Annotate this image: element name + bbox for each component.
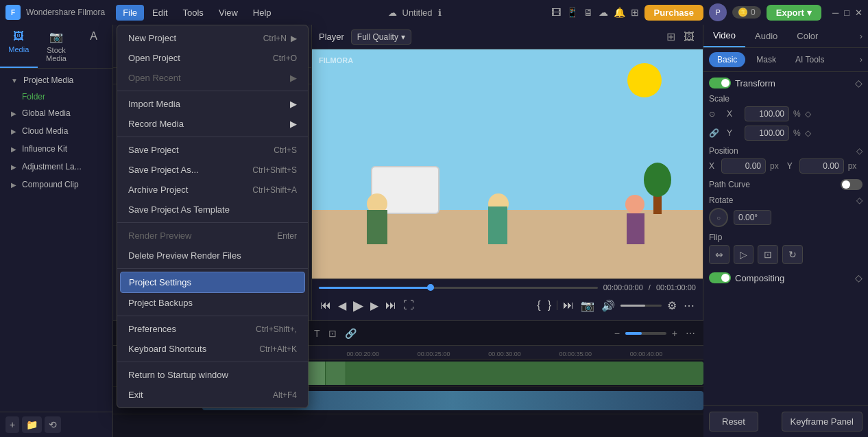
- zoom-slider[interactable]: [625, 332, 666, 335]
- menu-save-project-as[interactable]: Save Project As... Ctrl+Shift+S: [117, 160, 308, 180]
- compositing-diamond-icon[interactable]: ◇: [855, 272, 863, 283]
- settings-button[interactable]: ⚙: [666, 298, 678, 314]
- more-button[interactable]: ⋯: [682, 298, 696, 314]
- keyframe-panel-button[interactable]: Keyframe Panel: [782, 412, 863, 432]
- fullscreen-button[interactable]: ⛶: [402, 298, 415, 313]
- seek-bar[interactable]: [319, 287, 598, 289]
- menu-project-backups[interactable]: Project Backups: [117, 293, 308, 313]
- more-subtabs-icon[interactable]: ›: [860, 55, 863, 64]
- mark-in-button[interactable]: ⏭: [562, 298, 575, 313]
- close-btn[interactable]: ✕: [855, 8, 863, 18]
- image-view-button[interactable]: 🖼: [682, 29, 696, 45]
- subtab-ai-tools[interactable]: AI Tools: [787, 52, 832, 67]
- menu-keyboard-shortcuts[interactable]: Keyboard Shortcuts Ctrl+Alt+K: [117, 339, 308, 359]
- maximize-btn[interactable]: □: [844, 8, 849, 18]
- link-button[interactable]: 🔗: [342, 327, 359, 340]
- tab-more[interactable]: A: [75, 25, 112, 68]
- scale-x-input[interactable]: [745, 106, 789, 121]
- menu-archive-project[interactable]: Archive Project Ctrl+Shift+A: [117, 180, 308, 200]
- screenshot-button[interactable]: 📷: [579, 298, 596, 314]
- subtab-mask[interactable]: Mask: [748, 52, 784, 67]
- section-influence-kit[interactable]: ▶ Influence Kit: [5, 140, 107, 158]
- audio-button[interactable]: 🔊: [600, 298, 616, 314]
- watermark: FILMORA: [319, 56, 353, 64]
- export-button[interactable]: Export ▾: [767, 5, 821, 21]
- save-project-label: Save Project: [128, 145, 179, 155]
- rotate-cw-button[interactable]: ↻: [782, 245, 803, 264]
- position-y-input[interactable]: [799, 158, 844, 174]
- folder-item[interactable]: Folder: [5, 89, 107, 104]
- rotate-wheel[interactable]: ○: [709, 208, 728, 227]
- path-curve-toggle[interactable]: [841, 179, 863, 190]
- section-project-media[interactable]: ▼ Project Media: [5, 71, 107, 89]
- skip-back-button[interactable]: ⏮: [319, 298, 333, 313]
- crop-button[interactable]: ⊡: [758, 245, 778, 264]
- compositing-toggle[interactable]: [709, 272, 731, 283]
- menu-record-media[interactable]: Record Media ▶: [117, 114, 308, 134]
- zoom-out-button[interactable]: −: [612, 327, 623, 340]
- menu-new-project[interactable]: New Project Ctrl+N ▶: [117, 28, 308, 48]
- purchase-button[interactable]: Purchase: [644, 5, 704, 21]
- frame-back-button[interactable]: ◀: [337, 298, 348, 314]
- zoom-fill: [625, 332, 642, 335]
- play-button[interactable]: ▶: [352, 296, 365, 315]
- menu-help[interactable]: Help: [246, 5, 278, 21]
- minimize-btn[interactable]: ─: [832, 8, 839, 18]
- tab-color[interactable]: Color: [787, 25, 828, 47]
- menu-save-as-template[interactable]: Save Project As Template: [117, 200, 308, 220]
- tab-media[interactable]: 🖼 Media: [0, 25, 38, 68]
- coins-display: 🪙 0: [732, 6, 761, 19]
- menu-exit[interactable]: Exit Alt+F4: [117, 385, 308, 405]
- subtab-basic[interactable]: Basic: [709, 52, 745, 67]
- tab-audio[interactable]: Audio: [745, 25, 787, 47]
- player-quality-selector[interactable]: Full Quality ▾: [351, 29, 411, 45]
- tab-video[interactable]: Video: [703, 25, 745, 47]
- menu-tools[interactable]: Tools: [176, 5, 210, 21]
- text-button[interactable]: T: [311, 327, 323, 340]
- grid2-view-button[interactable]: ⊞: [665, 29, 677, 45]
- skip-forward-button[interactable]: ⏭: [384, 298, 398, 313]
- record-media-arrow-icon: ▶: [290, 119, 297, 129]
- menu-file[interactable]: File: [116, 5, 144, 21]
- rotate-diamond-icon[interactable]: ◇: [856, 196, 863, 205]
- tab-stock-media[interactable]: 📷 Stock Media: [38, 25, 75, 68]
- menu-edit[interactable]: Edit: [145, 5, 174, 21]
- transform-toggle[interactable]: [709, 78, 731, 88]
- position-x-input[interactable]: [721, 158, 766, 174]
- section-cloud-media[interactable]: ▶ Cloud Media: [5, 122, 107, 140]
- more-tl-button[interactable]: ⋯: [683, 327, 698, 340]
- in-point-button[interactable]: {: [535, 298, 542, 313]
- flip-h-button[interactable]: ⇔: [709, 245, 730, 264]
- expand-button[interactable]: ⟲: [45, 416, 61, 433]
- folder-button[interactable]: 📁: [22, 416, 42, 433]
- frame-forward-button[interactable]: ▶: [369, 298, 380, 314]
- out-point-button[interactable]: }: [546, 298, 553, 313]
- menu-open-recent[interactable]: Open Recent ▶: [117, 68, 308, 88]
- menu-view[interactable]: View: [212, 5, 245, 21]
- add-folder-button[interactable]: +: [5, 416, 19, 433]
- transform-diamond-icon[interactable]: ◇: [855, 78, 863, 88]
- menu-save-project[interactable]: Save Project Ctrl+S: [117, 140, 308, 160]
- rotate-input[interactable]: [734, 210, 771, 225]
- menu-import-media[interactable]: Import Media ▶: [117, 94, 308, 114]
- position-diamond-icon[interactable]: ◇: [856, 146, 863, 156]
- player-buttons: ⏮ ◀ ▶ ▶ ⏭ ⛶ { } ⏭ 📷: [319, 294, 696, 316]
- menu-return-startup[interactable]: Return to Startup window: [117, 365, 308, 385]
- scale-y-diamond-icon[interactable]: ◇: [805, 128, 811, 138]
- rotate-controls: ○: [709, 208, 863, 227]
- section-compound[interactable]: ▶ Compound Clip: [5, 176, 107, 193]
- section-adjustment[interactable]: ▶ Adjustment La...: [5, 158, 107, 176]
- menu-open-project[interactable]: Open Project Ctrl+O: [117, 48, 308, 68]
- menu-preferences[interactable]: Preferences Ctrl+Shift+,: [117, 319, 308, 339]
- flip-v-button[interactable]: ▷: [734, 245, 754, 264]
- volume-bar[interactable]: [620, 305, 662, 307]
- split2-button[interactable]: ⊡: [326, 327, 339, 340]
- menu-project-settings[interactable]: Project Settings: [120, 272, 305, 293]
- scale-y-input[interactable]: [745, 126, 789, 141]
- section-global-media[interactable]: ▶ Global Media: [5, 104, 107, 122]
- zoom-in-button[interactable]: +: [669, 327, 680, 340]
- scale-x-diamond-icon[interactable]: ◇: [805, 109, 811, 119]
- reset-button[interactable]: Reset: [709, 412, 758, 432]
- more-tabs-icon[interactable]: ›: [854, 25, 868, 47]
- menu-delete-preview[interactable]: Delete Preview Render Files: [117, 246, 308, 265]
